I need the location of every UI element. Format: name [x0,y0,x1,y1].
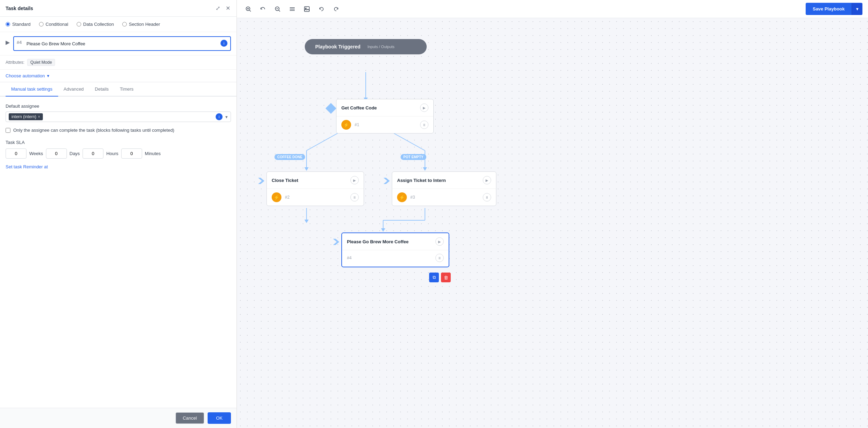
svg-line-14 [307,133,338,151]
node-action-buttons: ⧉ 🗑 [429,273,451,282]
choose-automation-button[interactable]: Choose automation ▾ [6,73,49,78]
flow-connections-svg [237,18,868,428]
sla-inputs: Weeks Days Hours Minutes [6,148,231,159]
assign-ticket-title: Assign Ticket to Intern [397,178,479,183]
rotate-left-button[interactable] [316,4,327,14]
remove-assignee-icon[interactable]: × [38,114,40,119]
get-coffee-code-play-btn[interactable]: ▶ [420,104,428,112]
sla-weeks-input[interactable] [6,148,26,159]
image-button[interactable] [301,4,313,14]
save-playbook-dropdown-icon[interactable]: ▾ [852,3,862,15]
node-close-ticket[interactable]: Close Ticket ▶ ⚡ #2 ⏸ [266,171,364,206]
tab-manual-task-settings[interactable]: Manual task settings [6,82,58,97]
assignee-only-label: Only the assignee can complete the task … [13,128,174,133]
assignee-only-checkbox[interactable] [6,128,10,133]
default-assignee-label: Default assignee [6,104,231,109]
svg-line-5 [279,10,280,12]
svg-point-11 [305,8,307,9]
svg-marker-19 [423,167,427,171]
canvas-area[interactable]: Playbook Triggered Inputs / Outputs Get … [237,18,868,428]
sla-days-label: Days [70,151,80,156]
radio-data-collection[interactable]: Data Collection [77,22,114,27]
sla-hours-label: Hours [106,151,118,156]
panel-title: Task details [6,6,33,11]
task-info-icon[interactable]: i [220,40,227,47]
brew-coffee-pause-btn[interactable]: ⏸ [435,254,444,262]
expand-icon[interactable]: ⤢ [215,4,221,12]
radio-section-header[interactable]: Section Header [122,22,160,27]
assignee-dropdown-icon[interactable]: ▾ [225,114,228,120]
sla-days-input[interactable] [46,148,67,159]
radio-conditional[interactable]: Conditional [39,22,68,27]
task-sla-label: Task SLA [6,140,231,145]
copy-node-button[interactable]: ⧉ [429,273,439,282]
assignee-tag: intern (intern) × [9,113,43,120]
delete-node-button[interactable]: 🗑 [441,273,451,282]
zoom-out-button[interactable] [272,4,284,14]
brew-coffee-number: #4 [347,255,351,260]
brew-coffee-arrow-icon [331,232,341,253]
get-coffee-code-title: Get Coffee Code [341,105,417,110]
brew-coffee-title: Please Go Brew More Coffee [347,239,432,244]
save-playbook-button[interactable]: Save Playbook ▾ [806,3,862,15]
assignee-input-icons: i ▾ [216,113,228,120]
assignee-info-icon[interactable]: i [216,113,223,120]
cancel-button[interactable]: Cancel [176,412,204,424]
radio-standard[interactable]: Standard [6,22,31,27]
assignee-input-wrapper[interactable]: intern (intern) × i ▾ [6,112,231,122]
lightning-icon-1: ⚡ [341,120,351,130]
close-ticket-play-btn[interactable]: ▶ [350,176,359,184]
coffee-done-label: COFFEE DONE [274,154,305,160]
node-playbook-triggered[interactable]: Playbook Triggered Inputs / Outputs [305,39,427,54]
tab-timers[interactable]: Timers [114,82,139,97]
assign-ticket-play-btn[interactable]: ▶ [483,176,491,184]
pot-empty-label: POT EMPTY [401,154,426,160]
expand-arrow-icon[interactable]: ▶ [6,39,10,46]
assignee-only-checkbox-row: Only the assignee can complete the task … [6,128,231,133]
task-input-area: ▶ #4 i [0,32,237,55]
sla-minutes-input[interactable] [121,148,142,159]
close-ticket-pause-btn[interactable]: ⏸ [350,193,359,201]
set-reminder-link[interactable]: Set task Reminder at [6,164,48,169]
form-content: Default assignee intern (intern) × i ▾ O… [0,97,237,408]
node-get-coffee-code[interactable]: Get Coffee Code ▶ ⚡ #1 ⏸ [336,99,434,133]
tab-details[interactable]: Details [89,82,114,97]
get-coffee-code-pause-btn[interactable]: ⏸ [420,121,428,129]
svg-rect-10 [304,7,309,12]
node-assign-ticket[interactable]: Assign Ticket to Intern ▶ ⚡ #3 ⏸ [392,171,496,206]
canvas-panel: Save Playbook ▾ [237,0,868,428]
node-assign-ticket-container: Assign Ticket to Intern ▶ ⚡ #3 ⏸ [381,171,496,206]
task-details-panel: Task details ⤢ ✕ Standard Conditional Da… [0,0,237,428]
task-number: #4 [17,40,22,45]
close-ticket-number: #2 [285,195,289,200]
panel-header-icons: ⤢ ✕ [215,4,231,12]
canvas-toolbar: Save Playbook ▾ [237,0,868,18]
close-ticket-arrow-icon [256,171,266,192]
choose-automation-label: Choose automation [6,73,45,78]
svg-marker-16 [304,167,309,171]
assign-ticket-pause-btn[interactable]: ⏸ [483,193,491,201]
tabs-row: Manual task settings Advanced Details Ti… [0,82,237,97]
panel-footer: Cancel OK [0,408,237,428]
ok-button[interactable]: OK [208,412,231,424]
svg-line-17 [394,133,425,151]
sla-weeks-label: Weeks [29,151,43,156]
quiet-mode-tag[interactable]: Quiet Mode [27,59,55,66]
tab-advanced[interactable]: Advanced [58,82,90,97]
brew-coffee-play-btn[interactable]: ▶ [435,237,444,246]
attributes-label: Attributes: [6,60,24,65]
sla-minutes-label: Minutes [145,151,161,156]
task-name-input[interactable] [13,36,231,51]
close-ticket-title: Close Ticket [272,178,347,183]
node-get-coffee-code-container: Get Coffee Code ▶ ⚡ #1 ⏸ [326,99,434,133]
rotate-right-button[interactable] [330,4,342,14]
node-close-ticket-container: Close Ticket ▶ ⚡ #2 ⏸ [256,171,364,206]
svg-marker-25 [304,220,309,223]
zoom-in-button[interactable] [242,4,254,14]
undo-button[interactable] [257,4,269,14]
close-icon[interactable]: ✕ [225,4,231,12]
node-brew-coffee[interactable]: Please Go Brew More Coffee ▶ #4 ⏸ [341,232,449,267]
node-triggered-sublabel: Inputs / Outputs [367,45,395,49]
align-button[interactable] [286,4,298,14]
sla-hours-input[interactable] [83,148,103,159]
